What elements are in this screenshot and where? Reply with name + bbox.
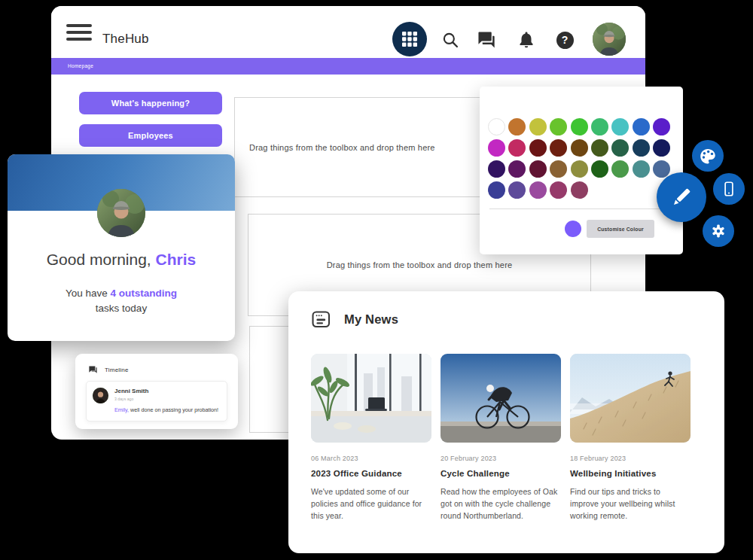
colour-swatch[interactable] bbox=[633, 118, 650, 135]
hamburger-bar bbox=[66, 24, 92, 27]
palette-button[interactable] bbox=[692, 140, 724, 172]
greeting-title: Good morning, Chris bbox=[8, 251, 235, 269]
colour-swatch[interactable] bbox=[508, 181, 526, 199]
mobile-preview-button[interactable] bbox=[713, 173, 745, 205]
phone-icon bbox=[719, 179, 739, 199]
gear-icon bbox=[709, 221, 728, 241]
hamburger-bar bbox=[66, 38, 92, 41]
tasks-prefix: You have bbox=[66, 288, 111, 299]
colour-swatch[interactable] bbox=[611, 160, 629, 178]
toolbox-button-whats-happening[interactable]: What's happening? bbox=[79, 92, 222, 114]
colour-swatch[interactable] bbox=[488, 139, 505, 157]
colour-swatch[interactable] bbox=[653, 160, 670, 178]
article-image-office bbox=[311, 354, 431, 443]
colour-swatch[interactable] bbox=[591, 160, 608, 178]
greeting-prefix: Good morning, bbox=[47, 251, 156, 268]
post-author-name: Jenni Smith bbox=[114, 388, 148, 394]
swatch-grid bbox=[488, 118, 670, 199]
greeting-avatar bbox=[97, 189, 145, 237]
tasks-suffix: tasks today bbox=[96, 303, 147, 314]
colour-swatch[interactable] bbox=[653, 139, 670, 157]
tasks-count: 4 outstanding bbox=[111, 288, 178, 299]
toolbox-button-employees[interactable]: Employees bbox=[79, 124, 222, 147]
colour-swatch[interactable] bbox=[488, 181, 505, 199]
breadcrumb-bar: Homepage bbox=[51, 58, 645, 75]
colour-swatch[interactable] bbox=[611, 118, 629, 135]
article-image-runner bbox=[570, 354, 691, 443]
article-date: 06 March 2023 bbox=[311, 455, 431, 462]
greeting-name: Chris bbox=[156, 251, 197, 268]
chat-icon bbox=[477, 30, 496, 50]
colour-swatch[interactable] bbox=[488, 160, 505, 178]
article-body: Read how the employees of Oak got on wit… bbox=[441, 486, 561, 522]
app-title: TheHub bbox=[102, 32, 149, 47]
article-title: Cycle Challenge bbox=[441, 469, 561, 478]
user-portrait bbox=[593, 23, 626, 56]
timeline-title: Timeline bbox=[105, 367, 129, 373]
article-title: Wellbeing Initiatives bbox=[570, 469, 691, 478]
apps-grid-button[interactable] bbox=[392, 22, 427, 56]
colour-swatch[interactable] bbox=[550, 160, 567, 178]
colour-swatch[interactable] bbox=[488, 118, 505, 135]
colour-swatch[interactable] bbox=[550, 118, 567, 135]
selected-colour-swatch[interactable] bbox=[565, 221, 581, 237]
colour-swatch[interactable] bbox=[529, 181, 547, 199]
timeline-card: Timeline Jenni Smith 3 days ago Emily, w… bbox=[75, 354, 238, 429]
greeting-card: Good morning, Chris You have 4 outstandi… bbox=[8, 154, 235, 341]
hamburger-bar bbox=[66, 31, 92, 34]
post-timestamp: 3 days ago bbox=[114, 397, 133, 401]
pencil-icon bbox=[669, 184, 694, 210]
customise-colour-button[interactable]: Customise Colour bbox=[587, 220, 654, 238]
breadcrumb[interactable]: Homepage bbox=[68, 63, 93, 68]
colour-swatch[interactable] bbox=[591, 139, 608, 157]
colour-swatch[interactable] bbox=[508, 139, 526, 157]
news-icon bbox=[311, 309, 331, 330]
colour-swatch[interactable] bbox=[529, 118, 547, 135]
timeline-header: Timeline bbox=[88, 365, 129, 375]
settings-button[interactable] bbox=[703, 215, 734, 247]
help-button[interactable]: ? bbox=[554, 29, 575, 50]
colour-swatch[interactable] bbox=[571, 139, 588, 157]
news-article[interactable]: 20 February 2023 Cycle Challenge Read ho… bbox=[441, 354, 561, 522]
hamburger-menu-icon[interactable] bbox=[66, 24, 92, 41]
article-date: 20 February 2023 bbox=[441, 455, 561, 462]
search-icon bbox=[441, 30, 460, 50]
news-header: My News bbox=[311, 309, 398, 330]
colour-swatch[interactable] bbox=[591, 118, 608, 135]
colour-swatch[interactable] bbox=[529, 160, 547, 178]
colour-swatch[interactable] bbox=[571, 160, 588, 178]
news-article[interactable]: 06 March 2023 2023 Office Guidance We've… bbox=[311, 354, 431, 522]
post-mention[interactable]: Emily, bbox=[114, 406, 129, 413]
bell-icon bbox=[517, 30, 536, 50]
panel-divider bbox=[489, 208, 672, 209]
colour-swatch[interactable] bbox=[571, 118, 588, 135]
colour-swatch[interactable] bbox=[550, 139, 567, 157]
colour-swatch[interactable] bbox=[508, 118, 526, 135]
timeline-post[interactable]: Jenni Smith 3 days ago Emily, well done … bbox=[86, 381, 227, 422]
app-header: TheHub bbox=[51, 6, 645, 58]
article-body: We've updated some of our policies and o… bbox=[311, 486, 431, 522]
article-title: 2023 Office Guidance bbox=[311, 469, 431, 478]
article-body: Find our tips and tricks to improve your… bbox=[570, 486, 691, 522]
edit-pencil-button[interactable] bbox=[657, 172, 706, 222]
colour-swatch[interactable] bbox=[633, 160, 650, 178]
greeting-subtitle: You have 4 outstanding tasks today bbox=[8, 286, 235, 315]
search-button[interactable] bbox=[440, 29, 461, 50]
user-avatar[interactable] bbox=[593, 23, 626, 56]
grid-icon bbox=[401, 30, 419, 48]
dropzone-hint: Drag things from the toolbox and drop th… bbox=[249, 143, 435, 152]
palette-icon bbox=[698, 146, 718, 166]
colour-swatch[interactable] bbox=[653, 118, 670, 135]
colour-swatch[interactable] bbox=[633, 139, 650, 157]
colour-swatch[interactable] bbox=[550, 181, 567, 199]
author-portrait bbox=[93, 388, 108, 403]
timeline-chat-icon bbox=[88, 365, 98, 375]
colour-swatch[interactable] bbox=[529, 139, 547, 157]
notifications-button[interactable] bbox=[516, 29, 537, 50]
colour-swatch[interactable] bbox=[508, 160, 526, 178]
colour-swatch[interactable] bbox=[611, 139, 629, 157]
news-article[interactable]: 18 February 2023 Wellbeing Initiatives F… bbox=[570, 354, 691, 522]
help-icon: ? bbox=[556, 32, 574, 49]
colour-swatch[interactable] bbox=[571, 181, 588, 199]
chat-button[interactable] bbox=[476, 29, 497, 50]
